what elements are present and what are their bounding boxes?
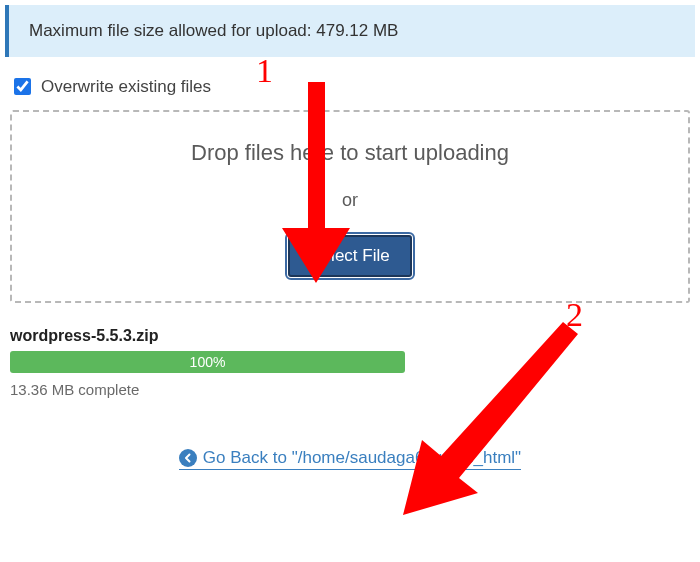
- go-back-row: Go Back to "/home/saudaga6/public_html": [0, 448, 700, 470]
- upload-file-block: wordpress-5.5.3.zip 100% 13.36 MB comple…: [10, 327, 690, 398]
- drop-zone-title: Drop files here to start uploading: [32, 140, 668, 166]
- arrow-left-circle-icon: [179, 449, 197, 467]
- drop-zone[interactable]: Drop files here to start uploading or Se…: [10, 110, 690, 303]
- drop-zone-or: or: [32, 190, 668, 211]
- go-back-link[interactable]: Go Back to "/home/saudaga6/public_html": [179, 448, 521, 470]
- annotation-label-2: 2: [566, 296, 583, 334]
- select-file-button[interactable]: Select File: [288, 235, 411, 277]
- go-back-text: Go Back to "/home/saudaga6/public_html": [203, 448, 521, 468]
- overwrite-checkbox[interactable]: [14, 78, 31, 95]
- overwrite-row: Overwrite existing files: [10, 75, 690, 98]
- annotation-label-1: 1: [256, 52, 273, 90]
- max-file-size-banner: Maximum file size allowed for upload: 47…: [5, 5, 695, 57]
- upload-complete-text: 13.36 MB complete: [10, 381, 690, 398]
- max-file-size-text: Maximum file size allowed for upload: 47…: [29, 21, 398, 40]
- progress-percent: 100%: [190, 354, 226, 370]
- progress-bar: 100%: [10, 351, 405, 373]
- overwrite-label: Overwrite existing files: [41, 77, 211, 97]
- progress-fill: 100%: [10, 351, 405, 373]
- upload-file-name: wordpress-5.5.3.zip: [10, 327, 690, 345]
